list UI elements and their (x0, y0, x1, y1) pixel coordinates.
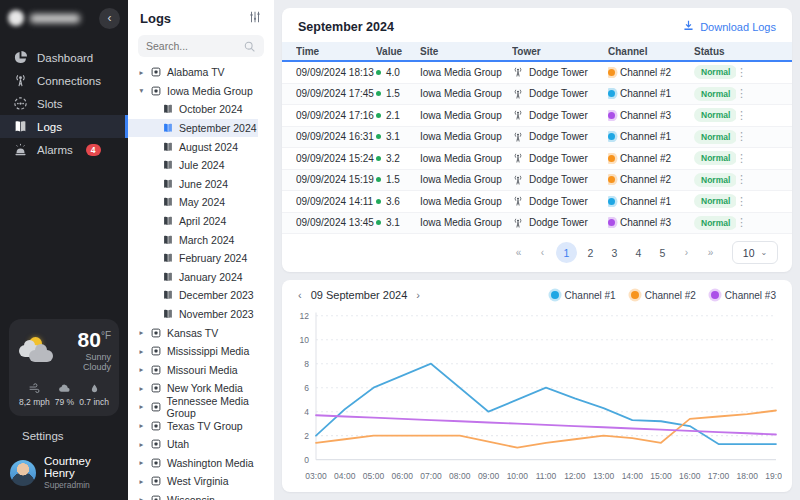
tree-item-month-selected[interactable]: September 2024 (128, 119, 258, 138)
status-cell: Normal (694, 130, 736, 144)
svg-text:10: 10 (300, 335, 309, 345)
sidebar-item-dashboard[interactable]: Dashboard (0, 46, 128, 69)
svg-text:18:00: 18:00 (737, 471, 758, 481)
row-menu-button[interactable]: ⋮ (736, 195, 746, 208)
search-icon (243, 40, 256, 53)
status-badge: Normal (694, 216, 736, 230)
line-chart: 02468101203:0004:0005:0006:0007:0008:000… (290, 307, 782, 488)
tree-group-kansas-tv[interactable]: ▸Kansas TV (128, 323, 274, 342)
row-menu-button[interactable]: ⋮ (736, 66, 746, 79)
download-logs-button[interactable]: Download Logs (682, 19, 776, 34)
tree-item-month[interactable]: February 2024 (128, 249, 274, 268)
svg-text:12: 12 (300, 311, 309, 321)
tree-item-month[interactable]: November 2023 (128, 305, 274, 324)
sidebar-item-logs[interactable]: Logs (0, 115, 128, 138)
table-row[interactable]: 09/09/2024 13:453.1Iowa Media GroupDodge… (282, 213, 792, 235)
svg-text:05:00: 05:00 (363, 471, 384, 481)
nav-label: Connections (37, 75, 101, 87)
channel-cell: Channel #2 (608, 153, 694, 164)
tree-group-texas-tv-group[interactable]: ▸Texas TV Group (128, 416, 274, 435)
table-row[interactable]: 09/09/2024 17:451.5Iowa Media GroupDodge… (282, 84, 792, 106)
table-row[interactable]: 09/09/2024 15:191.5Iowa Media GroupDodge… (282, 170, 792, 192)
book-icon (162, 159, 174, 171)
site-cell: Iowa Media Group (420, 131, 512, 142)
site-cell: Iowa Media Group (420, 88, 512, 99)
tree-item-month[interactable]: August 2024 (128, 137, 274, 156)
logs-icon (13, 119, 28, 134)
pagination-page-3[interactable]: 3 (604, 242, 625, 263)
row-menu-button[interactable]: ⋮ (736, 109, 746, 122)
tree-group-wisconsin[interactable]: ▸Wisconsin (128, 491, 274, 500)
table-row[interactable]: 09/09/2024 17:162.1Iowa Media GroupDodge… (282, 105, 792, 127)
tower-cell: Dodge Tower (512, 217, 608, 229)
chart-next-day-button[interactable]: › (416, 289, 420, 301)
time-cell: 09/09/2024 17:45 (296, 88, 376, 99)
tree-group-tennessee-media-group[interactable]: ▸Tennessee Media Group (128, 398, 274, 417)
value-cell: 4.0 (376, 67, 420, 78)
avatar (10, 460, 36, 486)
sidebar: ‹ DashboardConnectionsSlotsLogsAlarms4 8… (0, 0, 128, 500)
value-dot-icon (376, 220, 381, 225)
status-cell: Normal (694, 65, 736, 79)
tree-item-month[interactable]: December 2023 (128, 286, 274, 305)
sidebar-item-alarms[interactable]: Alarms4 (0, 138, 128, 161)
tree-group-west-virginia[interactable]: ▸West Virginia (128, 472, 274, 491)
table-row[interactable]: 09/09/2024 14:113.6Iowa Media GroupDodge… (282, 191, 792, 213)
tree-group-mississippi-media[interactable]: ▸Mississippi Media (128, 342, 274, 361)
search-input[interactable] (146, 40, 243, 52)
legend-item-ch3[interactable]: Channel #3 (711, 290, 776, 301)
tree-item-month[interactable]: Jule 2024 (128, 156, 274, 175)
table-row[interactable]: 09/09/2024 15:243.2Iowa Media GroupDodge… (282, 148, 792, 170)
sidebar-collapse-button[interactable]: ‹ (99, 8, 120, 29)
tree-item-month[interactable]: March 2024 (128, 230, 274, 249)
tree-group-missouri-media[interactable]: ▸Missouri Media (128, 361, 274, 380)
pagination-prev-button[interactable]: ‹ (532, 242, 553, 263)
tower-cell: Dodge Tower (512, 195, 608, 207)
pagination-page-1[interactable]: 1 (556, 242, 577, 263)
pagination-page-2[interactable]: 2 (580, 242, 601, 263)
row-menu-button[interactable]: ⋮ (736, 152, 746, 165)
tree-group-utah[interactable]: ▸Utah (128, 435, 274, 454)
page-size-select[interactable]: 10⌄ (732, 241, 778, 264)
pagination-last-button[interactable]: » (700, 242, 721, 263)
legend-item-ch1[interactable]: Channel #1 (551, 290, 616, 301)
tree-item-month[interactable]: October 2024 (128, 100, 274, 119)
status-cell: Normal (694, 216, 736, 230)
chart-prev-day-button[interactable]: ‹ (298, 289, 302, 301)
app-logo-text (30, 14, 80, 23)
filter-button[interactable] (248, 10, 262, 27)
row-menu-button[interactable]: ⋮ (736, 173, 746, 186)
table-row[interactable]: 09/09/2024 18:134.0Iowa Media GroupDodge… (282, 62, 792, 84)
sidebar-item-slots[interactable]: Slots (0, 92, 128, 115)
pagination-next-button[interactable]: › (676, 242, 697, 263)
tree-item-month[interactable]: April 2024 (128, 212, 274, 231)
pagination: «‹12345›»10⌄ (282, 237, 792, 272)
tree-item-month[interactable]: June 2024 (128, 175, 274, 194)
weather-stat: 0.7 inch (79, 382, 109, 407)
pagination-page-4[interactable]: 4 (628, 242, 649, 263)
channel-dot-icon (608, 112, 615, 119)
logs-panel-title: Logs (140, 11, 171, 26)
pagination-first-button[interactable]: « (508, 242, 529, 263)
sidebar-item-settings[interactable]: Settings (0, 424, 128, 448)
pagination-page-5[interactable]: 5 (652, 242, 673, 263)
tree-item-month[interactable]: January 2024 (128, 268, 274, 287)
table-row[interactable]: 09/09/2024 16:313.1Iowa Media GroupDodge… (282, 127, 792, 149)
status-cell: Normal (694, 194, 736, 208)
book-icon (162, 234, 174, 246)
site-cell: Iowa Media Group (420, 217, 512, 228)
row-menu-button[interactable]: ⋮ (736, 87, 746, 100)
value-dot-icon (376, 134, 381, 139)
row-menu-button[interactable]: ⋮ (736, 216, 746, 229)
tree-group-alabama-tv[interactable]: ▸Alabama TV (128, 63, 274, 82)
user-profile[interactable]: Courtney Henry Superadmin (0, 448, 128, 500)
humidity-icon (58, 382, 71, 394)
caret-right-icon: ▸ (138, 347, 145, 356)
tree-group-washington-media[interactable]: ▸Washington Media (128, 453, 274, 472)
tree-group-iowa-media-group[interactable]: ▾Iowa Media Group (128, 82, 274, 101)
legend-item-ch2[interactable]: Channel #2 (631, 290, 696, 301)
caret-right-icon: ▸ (138, 495, 145, 500)
tree-item-month[interactable]: May 2024 (128, 193, 274, 212)
row-menu-button[interactable]: ⋮ (736, 130, 746, 143)
sidebar-item-connections[interactable]: Connections (0, 69, 128, 92)
